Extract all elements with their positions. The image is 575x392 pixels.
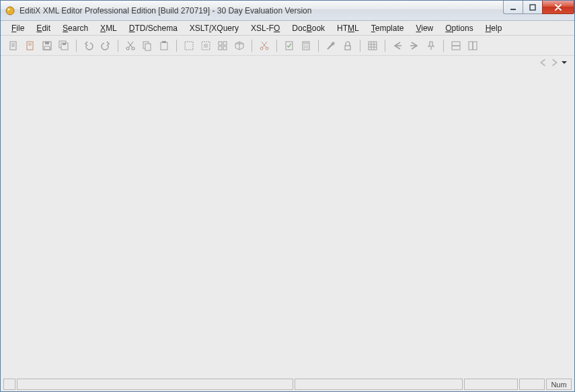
dropdown-icon[interactable] <box>561 59 568 66</box>
nav-right-icon[interactable] <box>550 58 558 67</box>
new-doc-icon <box>8 40 19 51</box>
nav-fwd-icon <box>409 40 420 51</box>
menu-view[interactable]: View <box>410 22 438 34</box>
toolbar-separator <box>176 40 177 52</box>
statusbar: Num <box>1 378 574 391</box>
menu-html[interactable]: HTML <box>332 22 365 34</box>
open-doc-icon <box>25 40 36 51</box>
svg-rect-29 <box>223 42 227 45</box>
split-v-icon <box>467 40 478 51</box>
svg-point-40 <box>305 45 307 46</box>
new-doc-button[interactable] <box>6 38 21 53</box>
redo-button[interactable] <box>98 38 113 53</box>
toolbar-separator <box>252 40 252 52</box>
toolbar-separator <box>385 40 385 52</box>
menu-template[interactable]: Template <box>366 22 410 34</box>
open-doc-button[interactable] <box>23 38 38 53</box>
calc-button[interactable] <box>299 38 313 53</box>
menu-xml[interactable]: XML <box>95 22 122 34</box>
split-h-button[interactable] <box>449 38 463 53</box>
menu-file[interactable]: File <box>6 22 30 34</box>
save-all-icon <box>59 40 69 51</box>
menu-options[interactable]: Options <box>440 22 478 34</box>
grid-icon <box>367 40 378 51</box>
split-v-button[interactable] <box>465 38 480 53</box>
menu-help[interactable]: Help <box>480 22 508 34</box>
select-elem-button[interactable] <box>182 38 196 53</box>
select-elem-icon <box>184 40 194 51</box>
svg-rect-3 <box>530 5 535 10</box>
paste-button[interactable] <box>157 38 171 53</box>
svg-point-43 <box>305 47 307 48</box>
validate-icon <box>284 40 295 51</box>
window-controls <box>504 1 574 20</box>
redo-icon <box>100 40 111 51</box>
svg-rect-16 <box>63 43 66 45</box>
lock-button[interactable] <box>340 38 355 53</box>
calc-icon <box>301 40 311 51</box>
pin-button[interactable] <box>424 38 438 53</box>
menu-xsltxquery[interactable]: XSLT/XQuery <box>184 22 244 34</box>
undo-button[interactable] <box>81 38 96 53</box>
copy-button[interactable] <box>140 38 155 53</box>
svg-point-39 <box>304 45 305 46</box>
svg-rect-2 <box>510 9 516 10</box>
svg-rect-24 <box>162 41 166 43</box>
split-h-icon <box>451 40 461 51</box>
pin-icon <box>426 40 436 51</box>
toolbar-separator <box>318 40 319 52</box>
maximize-button[interactable] <box>523 1 543 14</box>
svg-rect-4 <box>10 42 16 50</box>
save-icon <box>42 40 52 51</box>
cut-icon <box>125 40 136 51</box>
nav-back-button[interactable] <box>390 38 405 53</box>
app-window: EditiX XML Editor Professional Edition [… <box>0 0 575 392</box>
svg-rect-30 <box>219 46 222 50</box>
save-all-button[interactable] <box>56 38 71 53</box>
toolbar-separator <box>443 40 444 52</box>
svg-rect-12 <box>45 42 49 44</box>
grid-button[interactable] <box>365 38 380 53</box>
svg-rect-38 <box>303 42 309 44</box>
menu-edit[interactable]: Edit <box>31 22 56 34</box>
svg-rect-27 <box>204 44 208 48</box>
svg-rect-8 <box>27 42 33 50</box>
menu-dtdschema[interactable]: DTD/Schema <box>124 22 183 34</box>
sub-toolbar <box>1 56 574 69</box>
menu-xslfo[interactable]: XSL-FO <box>245 22 285 34</box>
lock-icon <box>342 40 353 51</box>
svg-line-34 <box>262 42 267 48</box>
save-button[interactable] <box>40 38 54 53</box>
nav-left-icon[interactable] <box>539 58 547 67</box>
toolbar-separator <box>76 40 77 52</box>
select-content-button[interactable] <box>198 38 213 53</box>
nav-fwd-button[interactable] <box>407 38 422 53</box>
paste-icon <box>159 40 169 51</box>
close-button[interactable] <box>542 1 574 14</box>
menu-search[interactable]: Search <box>57 22 93 34</box>
svg-rect-13 <box>44 46 50 50</box>
menubar: FileEditSearchXMLDTD/SchemaXSLT/XQueryXS… <box>1 21 574 36</box>
menu-docbook[interactable]: DocBook <box>286 22 330 34</box>
cut-button[interactable] <box>123 38 138 53</box>
svg-rect-28 <box>219 42 222 45</box>
status-cell-3 <box>295 379 463 390</box>
cube-button[interactable] <box>232 38 247 53</box>
toolbar-separator <box>360 40 360 52</box>
svg-rect-48 <box>345 46 350 50</box>
svg-point-42 <box>304 47 305 48</box>
tools-button[interactable] <box>323 38 338 53</box>
select-block-button[interactable] <box>215 38 230 53</box>
cut-elem-button[interactable] <box>257 38 272 53</box>
toolbar <box>1 36 574 56</box>
select-content-icon <box>200 40 211 51</box>
minimize-button[interactable] <box>503 1 523 14</box>
status-cell-5 <box>519 379 545 390</box>
validate-button[interactable] <box>282 38 297 53</box>
svg-point-41 <box>307 45 309 46</box>
select-block-icon <box>217 40 228 51</box>
svg-rect-31 <box>223 46 227 50</box>
svg-line-35 <box>262 42 266 48</box>
toolbar-separator <box>276 40 277 52</box>
tools-icon <box>325 40 336 51</box>
